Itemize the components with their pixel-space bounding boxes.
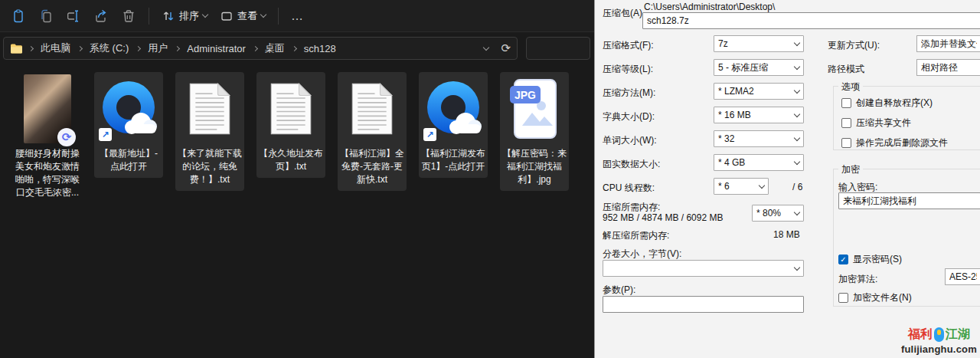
address-dropdown-icon[interactable] — [483, 44, 489, 50]
breadcrumb-chevron-icon — [253, 45, 258, 51]
checkbox-icon — [841, 118, 851, 128]
checkbox-icon — [838, 293, 848, 303]
breadcrumb-administrator[interactable]: Administrator — [184, 41, 249, 56]
text-file-icon — [188, 82, 231, 136]
archive-label: 压缩包(A) — [603, 7, 642, 20]
mouse-icon — [934, 327, 944, 342]
clipboard-icon — [11, 8, 26, 24]
file-name-label: 【解压密码：来福利江湖找福利】.jpg — [501, 147, 567, 186]
update-mode-label: 更新方式(U): — [828, 39, 880, 52]
ellipsis-icon: … — [291, 9, 304, 23]
view-button[interactable]: 查看 — [214, 5, 272, 27]
dictionary-select[interactable]: * 16 MB — [714, 107, 804, 123]
encryption-method-label: 加密算法: — [838, 273, 877, 286]
rename-button[interactable] — [60, 5, 87, 28]
level-select[interactable]: 5 - 标准压缩 — [714, 59, 804, 76]
create-sfx-label: 创建自释放程序(X) — [856, 97, 933, 110]
delete-after-label: 操作完成后删除源文件 — [856, 136, 948, 149]
delete-button[interactable] — [115, 5, 142, 28]
svg-text:JPG: JPG — [514, 89, 536, 101]
parameters-input[interactable] — [603, 296, 804, 313]
compress-shared-checkbox[interactable]: 压缩共享文件 — [841, 117, 911, 130]
chevron-down-icon — [794, 110, 800, 117]
file-txt-3[interactable]: 【福利江湖】全免费-无套路-更新快.txt — [338, 72, 407, 191]
encryption-method-select[interactable]: AES-256 — [945, 268, 980, 285]
video-thumbnail-image: ⟳ — [24, 74, 71, 143]
update-mode-select[interactable]: 添加并替换文件 — [916, 35, 980, 52]
options-group-title: 选项 — [838, 80, 863, 94]
cpu-threads-max: / 6 — [792, 182, 802, 192]
method-select[interactable]: * LZMA2 — [714, 83, 804, 100]
breadcrumb-desktop[interactable]: 桌面 — [262, 40, 288, 57]
file-name-label: 【来了就能下载的论坛，纯免费！】.txt — [177, 147, 243, 186]
path-mode-label: 路径模式 — [828, 63, 864, 76]
watermark-text-red: 福利 — [908, 327, 933, 343]
archive-path-text: C:\Users\Administrator\Desktop\ — [644, 2, 775, 12]
checkbox-icon — [841, 138, 851, 148]
show-password-checkbox[interactable]: ✓ 显示密码(S) — [838, 253, 902, 266]
file-video-thumbnail[interactable]: ⟳ 腰细好身材耐操美女和炮友激情啪啪，特写深喉口交毛毛浓密... — [13, 72, 82, 204]
password-input[interactable] — [838, 192, 980, 209]
text-file-icon — [351, 82, 394, 136]
breadcrumb-chevron-icon — [77, 45, 83, 51]
chevron-down-icon — [794, 87, 800, 93]
file-txt-2[interactable]: 【永久地址发布页】.txt — [256, 72, 325, 178]
path-mode-select[interactable]: 相对路径 — [916, 59, 980, 76]
rename-icon — [66, 8, 81, 24]
memory-percent-select[interactable]: * 80% — [752, 205, 804, 222]
search-input[interactable] — [526, 37, 590, 60]
explorer-toolbar: 排序 查看 … — [0, 0, 594, 32]
format-select[interactable]: 7z — [714, 35, 804, 52]
parameters-label: 参数(P): — [603, 284, 635, 297]
jpg-file-icon: JPG — [508, 78, 560, 140]
word-size-select[interactable]: * 32 — [714, 130, 804, 147]
encrypt-filenames-checkbox[interactable]: 加密文件名(N) — [838, 291, 912, 304]
delete-after-checkbox[interactable]: 操作完成后删除源文件 — [841, 136, 948, 149]
refresh-icon[interactable]: ⟳ — [501, 41, 511, 55]
chevron-down-icon — [794, 134, 800, 140]
cpu-threads-select[interactable]: * 6 — [714, 178, 769, 195]
cpu-threads-label: CPU 线程数: — [603, 182, 655, 195]
volume-size-combo[interactable] — [603, 260, 804, 277]
sort-label: 排序 — [179, 9, 199, 23]
breadcrumb-users[interactable]: 用户 — [145, 40, 171, 57]
breadcrumb-sch128[interactable]: sch128 — [301, 41, 339, 56]
more-options-button[interactable]: … — [285, 5, 310, 27]
solid-block-select[interactable]: * 4 GB — [714, 154, 804, 171]
file-txt-1[interactable]: 【来了就能下载的论坛，纯免费！】.txt — [175, 72, 244, 191]
paste-button[interactable] — [5, 5, 32, 28]
create-sfx-checkbox[interactable]: 创建自释放程序(X) — [841, 97, 933, 110]
file-name-label: 【最新地址】-点此打开 — [96, 147, 162, 173]
view-label: 查看 — [237, 9, 257, 23]
watermark-text-green: 江湖 — [946, 327, 970, 343]
checkbox-icon — [841, 98, 851, 108]
watermark-url: fulijianghu.com — [901, 343, 977, 355]
file-name-label: 【福利江湖发布页1】-点此打开 — [420, 147, 486, 173]
word-size-label: 单词大小(W): — [603, 134, 657, 147]
checkbox-checked-icon: ✓ — [838, 255, 848, 264]
address-row: 此电脑 系统 (C:) 用户 Administrator 桌面 sch128 ⟳ — [0, 33, 594, 64]
archive-name-input[interactable] — [642, 12, 980, 29]
file-qq-shortcut-2[interactable]: ↗ 【福利江湖发布页1】-点此打开 — [419, 72, 488, 178]
copy-button[interactable] — [32, 5, 60, 28]
7zip-add-archive-dialog: 压缩包(A) C:\Users\Administrator\Desktop\ 压… — [594, 0, 980, 358]
compress-shared-label: 压缩共享文件 — [856, 117, 911, 130]
chevron-down-icon — [794, 158, 800, 164]
file-qq-shortcut-1[interactable]: ↗ 【最新地址】-点此打开 — [94, 72, 163, 178]
media-player-badge-icon: ⟳ — [57, 128, 76, 146]
file-grid: ⟳ 腰细好身材耐操美女和炮友激情啪啪，特写深喉口交毛毛浓密... — [13, 72, 569, 204]
address-bar[interactable]: 此电脑 系统 (C:) 用户 Administrator 桌面 sch128 ⟳ — [3, 37, 518, 60]
share-button[interactable] — [87, 5, 115, 28]
file-name-label: 【永久地址发布页】.txt — [258, 147, 324, 173]
decompress-memory-label: 解压缩所需内存: — [603, 229, 669, 242]
folder-icon — [10, 43, 23, 54]
sort-button[interactable]: 排序 — [155, 5, 214, 27]
breadcrumb-system-c[interactable]: 系统 (C:) — [87, 40, 132, 57]
breadcrumb-this-pc[interactable]: 此电脑 — [38, 40, 74, 57]
method-label: 压缩方法(M): — [603, 87, 655, 100]
share-icon — [93, 8, 109, 24]
file-name-label: 腰细好身材耐操美女和炮友激情啪啪，特写深喉口交毛毛浓密... — [15, 147, 80, 199]
decompress-memory-value: 18 MB — [773, 229, 800, 240]
view-icon — [220, 9, 234, 23]
file-jpg[interactable]: JPG 【解压密码：来福利江湖找福利】.jpg — [500, 72, 569, 191]
